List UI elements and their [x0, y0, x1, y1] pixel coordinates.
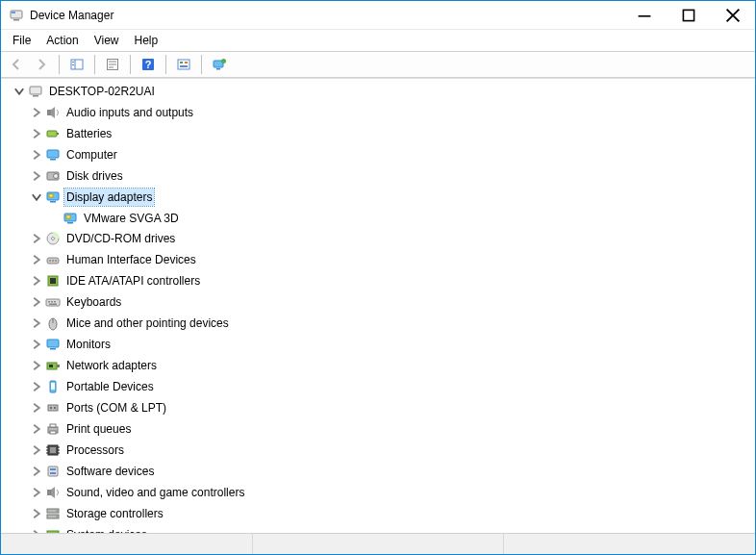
- nic-icon: [45, 358, 61, 373]
- close-button[interactable]: [711, 1, 755, 29]
- scan-hardware-button[interactable]: [172, 54, 195, 75]
- expander-collapsed[interactable]: [30, 127, 43, 140]
- expander-collapsed[interactable]: [30, 422, 43, 436]
- menu-file[interactable]: File: [5, 32, 38, 49]
- expander-collapsed[interactable]: [30, 443, 43, 457]
- tree-category-network[interactable]: Network adapters: [30, 357, 159, 374]
- tree-category-software[interactable]: Software devices: [30, 463, 156, 480]
- update-driver-button[interactable]: [208, 54, 231, 75]
- tree-category-label: Processors: [64, 441, 126, 459]
- expander-collapsed[interactable]: [30, 253, 43, 266]
- tree-category-label: System devices: [64, 526, 149, 533]
- svg-rect-2: [12, 12, 15, 13]
- tree-category-label: Portable Devices: [64, 378, 156, 395]
- toolbar-separator: [94, 55, 95, 74]
- disk-icon: [45, 168, 61, 184]
- expander-collapsed[interactable]: [30, 295, 43, 309]
- tree-category-audio[interactable]: Audio inputs and outputs: [30, 104, 195, 121]
- expander-collapsed[interactable]: [30, 148, 43, 162]
- tree-device-vmsvga[interactable]: VMware SVGA 3D: [47, 210, 181, 227]
- expander-expanded[interactable]: [13, 85, 26, 98]
- tree-category-monitors[interactable]: Monitors: [30, 336, 113, 353]
- tree-category-mice[interactable]: Mice and other pointing devices: [30, 315, 231, 332]
- tree-category-hid[interactable]: Human Interface Devices: [30, 251, 198, 268]
- hid-icon: [45, 252, 61, 267]
- show-hide-console-tree-button[interactable]: [65, 54, 88, 75]
- tree-category-label: Mice and other pointing devices: [64, 315, 231, 332]
- menu-action[interactable]: Action: [38, 32, 86, 49]
- device-tree[interactable]: DESKTOP-02R2UAI Audio inputs and outputs…: [1, 79, 755, 533]
- storage-icon: [45, 506, 61, 521]
- keyboard-icon: [45, 294, 61, 310]
- window-controls: [622, 1, 755, 29]
- maximize-button[interactable]: [667, 1, 711, 29]
- tree-category-computer[interactable]: Computer: [30, 146, 119, 164]
- tree-category-diskdrives[interactable]: Disk drives: [30, 167, 125, 185]
- menu-view[interactable]: View: [87, 32, 127, 49]
- tree-category-dvd[interactable]: DVD/CD-ROM drives: [30, 230, 177, 247]
- expander-collapsed[interactable]: [30, 401, 43, 415]
- tree-category-label: Monitors: [64, 336, 113, 353]
- toolbar-separator: [59, 55, 60, 74]
- svg-text:?: ?: [145, 59, 152, 70]
- tree-category-label: Disk drives: [64, 167, 125, 185]
- tree-root-label: DESKTOP-02R2UAI: [47, 83, 157, 100]
- tree-category-storage[interactable]: Storage controllers: [30, 505, 165, 522]
- device-manager-window: Device Manager File Action View Help: [0, 0, 756, 555]
- expander-collapsed[interactable]: [30, 359, 43, 372]
- expander-collapsed[interactable]: [30, 106, 43, 119]
- speaker-icon: [45, 105, 61, 120]
- back-button[interactable]: [5, 54, 28, 75]
- client-area: DESKTOP-02R2UAI Audio inputs and outputs…: [1, 78, 755, 554]
- printer-icon: [45, 421, 61, 437]
- expander-expanded[interactable]: [30, 190, 43, 204]
- software-icon: [45, 464, 61, 479]
- expander-collapsed[interactable]: [30, 380, 43, 393]
- tree-category-system[interactable]: System devices: [30, 526, 149, 533]
- speaker-icon: [45, 485, 61, 500]
- tree-category-label: Keyboards: [64, 293, 123, 311]
- expander-collapsed[interactable]: [30, 465, 43, 478]
- tree-category-label: Ports (COM & LPT): [64, 399, 168, 416]
- expander-collapsed[interactable]: [30, 169, 43, 183]
- tree-category-cpu[interactable]: Processors: [30, 441, 126, 459]
- tree-category-batteries[interactable]: Batteries: [30, 125, 113, 142]
- tree-category-sound[interactable]: Sound, video and game controllers: [30, 484, 246, 501]
- expander-collapsed[interactable]: [30, 507, 43, 520]
- titlebar: Device Manager: [1, 1, 755, 30]
- expander-collapsed[interactable]: [30, 316, 43, 330]
- tree-category-display[interactable]: Display adapters: [30, 189, 154, 206]
- expander-collapsed[interactable]: [30, 338, 43, 351]
- portable-icon: [45, 379, 61, 394]
- toolbar-separator: [201, 55, 202, 74]
- svg-rect-7: [72, 62, 74, 63]
- expander-collapsed[interactable]: [30, 274, 43, 288]
- svg-rect-15: [178, 60, 189, 69]
- toolbar: ?: [1, 51, 755, 78]
- tree-category-ide[interactable]: IDE ATA/ATAPI controllers: [30, 272, 202, 290]
- tree-category-label: Batteries: [64, 125, 113, 142]
- forward-button[interactable]: [30, 54, 53, 75]
- svg-rect-17: [185, 62, 188, 63]
- expander-collapsed[interactable]: [30, 232, 43, 245]
- help-button[interactable]: ?: [137, 54, 160, 75]
- cpu-icon: [45, 442, 61, 458]
- tree-category-keyboards[interactable]: Keyboards: [30, 293, 123, 311]
- svg-rect-1: [13, 19, 19, 21]
- properties-button[interactable]: [101, 54, 124, 75]
- tree-category-label: Sound, video and game controllers: [64, 484, 246, 501]
- monitor-icon: [45, 337, 61, 352]
- monitor-gpu-icon: [63, 211, 78, 226]
- svg-rect-20: [216, 68, 220, 70]
- expander-collapsed[interactable]: [30, 486, 43, 499]
- tree-category-ports[interactable]: Ports (COM & LPT): [30, 399, 168, 416]
- tree-root[interactable]: DESKTOP-02R2UAI: [13, 83, 157, 100]
- menu-help[interactable]: Help: [127, 32, 166, 49]
- tree-category-printq[interactable]: Print queues: [30, 420, 133, 438]
- tree-category-label: Audio inputs and outputs: [64, 104, 195, 121]
- tree-category-label: DVD/CD-ROM drives: [64, 230, 177, 247]
- tree-category-portable[interactable]: Portable Devices: [30, 378, 156, 395]
- tree-category-label: Computer: [64, 146, 119, 164]
- tree-category-label: Software devices: [64, 463, 156, 480]
- minimize-button[interactable]: [622, 1, 667, 29]
